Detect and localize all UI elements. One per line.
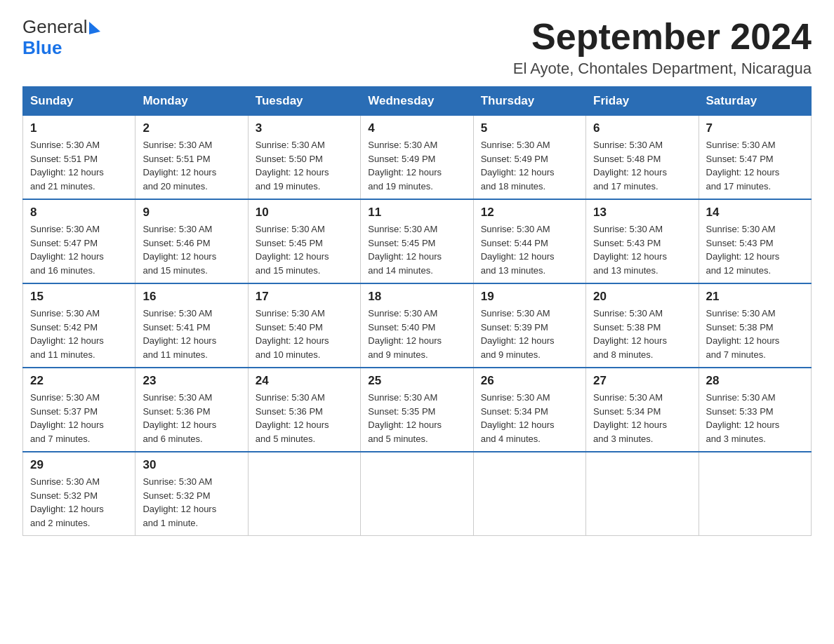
day-info: Sunrise: 5:30 AM Sunset: 5:49 PM Dayligh… bbox=[368, 140, 442, 192]
day-info: Sunrise: 5:30 AM Sunset: 5:36 PM Dayligh… bbox=[256, 392, 329, 444]
day-info: Sunrise: 5:30 AM Sunset: 5:48 PM Dayligh… bbox=[593, 140, 667, 192]
day-number: 24 bbox=[256, 374, 353, 388]
day-number: 23 bbox=[143, 374, 240, 388]
day-info: Sunrise: 5:30 AM Sunset: 5:46 PM Dayligh… bbox=[143, 224, 216, 276]
day-info: Sunrise: 5:30 AM Sunset: 5:47 PM Dayligh… bbox=[706, 140, 780, 192]
day-info: Sunrise: 5:30 AM Sunset: 5:34 PM Dayligh… bbox=[593, 392, 667, 444]
day-of-week-header: Monday bbox=[135, 87, 248, 116]
calendar-day-cell: 21Sunrise: 5:30 AM Sunset: 5:38 PM Dayli… bbox=[699, 283, 811, 368]
calendar-day-cell bbox=[473, 452, 585, 536]
day-info: Sunrise: 5:30 AM Sunset: 5:50 PM Dayligh… bbox=[256, 140, 329, 192]
day-number: 20 bbox=[593, 290, 691, 304]
calendar-day-cell: 29Sunrise: 5:30 AM Sunset: 5:32 PM Dayli… bbox=[23, 452, 135, 536]
day-of-week-header: Friday bbox=[586, 87, 699, 116]
day-of-week-header: Tuesday bbox=[248, 87, 360, 116]
calendar-table: SundayMondayTuesdayWednesdayThursdayFrid… bbox=[22, 86, 812, 536]
day-number: 28 bbox=[706, 374, 804, 388]
calendar-day-cell: 8Sunrise: 5:30 AM Sunset: 5:47 PM Daylig… bbox=[23, 199, 135, 283]
day-number: 4 bbox=[368, 121, 465, 135]
page-header: General Blue September 2024 El Ayote, Ch… bbox=[22, 17, 812, 78]
day-info: Sunrise: 5:30 AM Sunset: 5:43 PM Dayligh… bbox=[706, 224, 780, 276]
logo-triangle-icon bbox=[89, 22, 100, 34]
day-number: 2 bbox=[143, 121, 240, 135]
calendar-day-cell bbox=[361, 452, 473, 536]
logo-text: General Blue bbox=[22, 17, 100, 59]
day-info: Sunrise: 5:30 AM Sunset: 5:47 PM Dayligh… bbox=[30, 224, 104, 276]
day-info: Sunrise: 5:30 AM Sunset: 5:39 PM Dayligh… bbox=[481, 308, 555, 360]
calendar-day-cell: 20Sunrise: 5:30 AM Sunset: 5:38 PM Dayli… bbox=[586, 283, 699, 368]
calendar-day-cell: 7Sunrise: 5:30 AM Sunset: 5:47 PM Daylig… bbox=[699, 116, 811, 200]
calendar-day-cell: 4Sunrise: 5:30 AM Sunset: 5:49 PM Daylig… bbox=[361, 116, 473, 200]
day-number: 19 bbox=[481, 290, 578, 304]
calendar-day-cell: 23Sunrise: 5:30 AM Sunset: 5:36 PM Dayli… bbox=[135, 368, 248, 452]
day-number: 16 bbox=[143, 290, 240, 304]
day-number: 15 bbox=[30, 290, 128, 304]
day-number: 29 bbox=[30, 458, 128, 472]
day-of-week-header: Wednesday bbox=[361, 87, 473, 116]
calendar-day-cell: 1Sunrise: 5:30 AM Sunset: 5:51 PM Daylig… bbox=[23, 116, 135, 200]
calendar-week-row: 1Sunrise: 5:30 AM Sunset: 5:51 PM Daylig… bbox=[23, 116, 812, 200]
calendar-day-cell bbox=[699, 452, 811, 536]
day-number: 1 bbox=[30, 121, 128, 135]
day-number: 22 bbox=[30, 374, 128, 388]
day-number: 12 bbox=[481, 206, 578, 220]
day-of-week-header: Sunday bbox=[23, 87, 135, 116]
calendar-day-cell: 14Sunrise: 5:30 AM Sunset: 5:43 PM Dayli… bbox=[699, 199, 811, 283]
calendar-day-cell: 9Sunrise: 5:30 AM Sunset: 5:46 PM Daylig… bbox=[135, 199, 248, 283]
calendar-day-cell: 16Sunrise: 5:30 AM Sunset: 5:41 PM Dayli… bbox=[135, 283, 248, 368]
calendar-title: September 2024 bbox=[513, 17, 812, 57]
calendar-day-cell: 13Sunrise: 5:30 AM Sunset: 5:43 PM Dayli… bbox=[586, 199, 699, 283]
day-number: 13 bbox=[593, 206, 691, 220]
day-number: 5 bbox=[481, 121, 578, 135]
day-info: Sunrise: 5:30 AM Sunset: 5:37 PM Dayligh… bbox=[30, 392, 104, 444]
title-block: September 2024 El Ayote, Chontales Depar… bbox=[513, 17, 812, 78]
day-number: 30 bbox=[143, 458, 240, 472]
day-info: Sunrise: 5:30 AM Sunset: 5:34 PM Dayligh… bbox=[481, 392, 555, 444]
day-info: Sunrise: 5:30 AM Sunset: 5:51 PM Dayligh… bbox=[143, 140, 216, 192]
day-info: Sunrise: 5:30 AM Sunset: 5:45 PM Dayligh… bbox=[368, 224, 442, 276]
day-info: Sunrise: 5:30 AM Sunset: 5:49 PM Dayligh… bbox=[481, 140, 555, 192]
calendar-day-cell: 12Sunrise: 5:30 AM Sunset: 5:44 PM Dayli… bbox=[473, 199, 585, 283]
day-info: Sunrise: 5:30 AM Sunset: 5:40 PM Dayligh… bbox=[256, 308, 329, 360]
day-info: Sunrise: 5:30 AM Sunset: 5:44 PM Dayligh… bbox=[481, 224, 555, 276]
day-info: Sunrise: 5:30 AM Sunset: 5:41 PM Dayligh… bbox=[143, 308, 216, 360]
calendar-week-row: 29Sunrise: 5:30 AM Sunset: 5:32 PM Dayli… bbox=[23, 452, 812, 536]
day-info: Sunrise: 5:30 AM Sunset: 5:32 PM Dayligh… bbox=[143, 476, 216, 528]
calendar-week-row: 15Sunrise: 5:30 AM Sunset: 5:42 PM Dayli… bbox=[23, 283, 812, 368]
day-of-week-header: Saturday bbox=[699, 87, 811, 116]
calendar-day-cell: 15Sunrise: 5:30 AM Sunset: 5:42 PM Dayli… bbox=[23, 283, 135, 368]
day-info: Sunrise: 5:30 AM Sunset: 5:36 PM Dayligh… bbox=[143, 392, 216, 444]
day-number: 18 bbox=[368, 290, 465, 304]
day-number: 26 bbox=[481, 374, 578, 388]
day-number: 21 bbox=[706, 290, 804, 304]
calendar-day-cell: 22Sunrise: 5:30 AM Sunset: 5:37 PM Dayli… bbox=[23, 368, 135, 452]
calendar-subtitle: El Ayote, Chontales Department, Nicaragu… bbox=[513, 60, 812, 78]
calendar-week-row: 8Sunrise: 5:30 AM Sunset: 5:47 PM Daylig… bbox=[23, 199, 812, 283]
calendar-day-cell: 25Sunrise: 5:30 AM Sunset: 5:35 PM Dayli… bbox=[361, 368, 473, 452]
calendar-day-cell: 30Sunrise: 5:30 AM Sunset: 5:32 PM Dayli… bbox=[135, 452, 248, 536]
day-number: 7 bbox=[706, 121, 804, 135]
day-number: 27 bbox=[593, 374, 691, 388]
calendar-day-cell: 5Sunrise: 5:30 AM Sunset: 5:49 PM Daylig… bbox=[473, 116, 585, 200]
day-info: Sunrise: 5:30 AM Sunset: 5:42 PM Dayligh… bbox=[30, 308, 104, 360]
day-number: 9 bbox=[143, 206, 240, 220]
calendar-day-cell: 17Sunrise: 5:30 AM Sunset: 5:40 PM Dayli… bbox=[248, 283, 360, 368]
day-number: 11 bbox=[368, 206, 465, 220]
day-info: Sunrise: 5:30 AM Sunset: 5:38 PM Dayligh… bbox=[593, 308, 667, 360]
calendar-day-cell: 24Sunrise: 5:30 AM Sunset: 5:36 PM Dayli… bbox=[248, 368, 360, 452]
calendar-header-row: SundayMondayTuesdayWednesdayThursdayFrid… bbox=[23, 87, 812, 116]
day-info: Sunrise: 5:30 AM Sunset: 5:51 PM Dayligh… bbox=[30, 140, 104, 192]
calendar-day-cell: 10Sunrise: 5:30 AM Sunset: 5:45 PM Dayli… bbox=[248, 199, 360, 283]
calendar-day-cell: 19Sunrise: 5:30 AM Sunset: 5:39 PM Dayli… bbox=[473, 283, 585, 368]
calendar-day-cell: 27Sunrise: 5:30 AM Sunset: 5:34 PM Dayli… bbox=[586, 368, 699, 452]
calendar-day-cell: 6Sunrise: 5:30 AM Sunset: 5:48 PM Daylig… bbox=[586, 116, 699, 200]
day-info: Sunrise: 5:30 AM Sunset: 5:38 PM Dayligh… bbox=[706, 308, 780, 360]
calendar-day-cell: 26Sunrise: 5:30 AM Sunset: 5:34 PM Dayli… bbox=[473, 368, 585, 452]
day-info: Sunrise: 5:30 AM Sunset: 5:33 PM Dayligh… bbox=[706, 392, 780, 444]
calendar-day-cell: 11Sunrise: 5:30 AM Sunset: 5:45 PM Dayli… bbox=[361, 199, 473, 283]
day-number: 14 bbox=[706, 206, 804, 220]
day-number: 17 bbox=[256, 290, 353, 304]
day-info: Sunrise: 5:30 AM Sunset: 5:43 PM Dayligh… bbox=[593, 224, 667, 276]
day-info: Sunrise: 5:30 AM Sunset: 5:35 PM Dayligh… bbox=[368, 392, 442, 444]
day-number: 25 bbox=[368, 374, 465, 388]
